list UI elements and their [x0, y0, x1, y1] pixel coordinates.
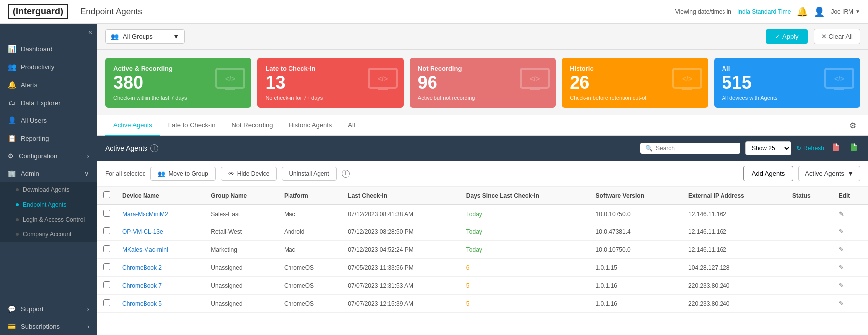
status-2	[786, 241, 833, 259]
svg-rect-1	[225, 88, 235, 90]
sidebar-item-label: Admin	[21, 170, 39, 177]
tab-all[interactable]: All	[340, 115, 363, 136]
external-ip-4: 220.233.80.240	[682, 277, 786, 295]
sidebar-item-alerts[interactable]: 🔔 Alerts	[0, 76, 97, 94]
sidebar-item-label: Dashboard	[21, 45, 53, 53]
table-title-text: Active Agents	[105, 144, 147, 152]
tab-active-agents[interactable]: Active Agents	[105, 115, 160, 136]
add-agents-button[interactable]: Add Agents	[743, 166, 794, 181]
software-version-3: 1.0.1.15	[590, 259, 682, 277]
stat-card-not-recording[interactable]: Not Recording 96 Active but not recordin…	[410, 58, 556, 108]
external-ip-3: 104.28.127.128	[682, 259, 786, 277]
edit-icon-0[interactable]: ✎	[839, 210, 844, 218]
row-checkbox-5[interactable]	[103, 299, 110, 306]
software-version-1: 10.0.47381.4	[590, 223, 682, 241]
stat-cards: Active & Recording 380 Check-in within t…	[97, 50, 868, 115]
chevron-down-icon: ▼	[173, 33, 179, 40]
refresh-icon: ↻	[796, 145, 801, 152]
col-last-checkin: Last Check-in	[342, 187, 460, 205]
tab-late-checkin[interactable]: Late to Check-in	[160, 115, 224, 136]
stat-card-late-checkin[interactable]: Late to Check-in 13 No check-in for 7+ d…	[257, 58, 403, 108]
tab-not-recording[interactable]: Not Recording	[223, 115, 281, 136]
sidebar-item-reporting[interactable]: 📋 Reporting	[0, 129, 97, 147]
clear-all-button[interactable]: ✕ Clear All	[814, 29, 860, 44]
sidebar-item-configuration[interactable]: ⚙ Configuration ›	[0, 147, 97, 165]
sidebar-item-admin[interactable]: 🏢 Admin ∨	[0, 165, 97, 182]
sidebar-sub-endpoint-agents[interactable]: Endpoint Agents	[0, 197, 97, 212]
apply-button[interactable]: ✓ Apply	[766, 29, 808, 44]
row-checkbox-2[interactable]	[103, 245, 110, 252]
refresh-button[interactable]: ↻ Refresh	[796, 145, 824, 152]
table-header-bar: Active Agents i 🔍 Show 25 Show 50 Show 1…	[97, 136, 868, 161]
group-selector[interactable]: 👥 All Groups ▼	[105, 29, 185, 44]
device-name-link-1[interactable]: OP-VM-CL-13e	[122, 228, 163, 235]
status-0	[786, 205, 833, 223]
status-3	[786, 259, 833, 277]
timezone-link[interactable]: India Standard Time	[737, 8, 791, 15]
group-label: All Groups	[123, 33, 153, 40]
data-explorer-icon: 🗂	[8, 99, 16, 107]
edit-icon-1[interactable]: ✎	[839, 228, 844, 235]
sidebar-item-data-explorer[interactable]: 🗂 Data Explorer	[0, 94, 97, 112]
info-icon[interactable]: i	[150, 144, 158, 152]
sidebar-sub-download-agents[interactable]: Download Agents	[0, 182, 97, 197]
layout: « 📊 Dashboard 👥 Productivity 🔔 Alerts 🗂 …	[0, 24, 868, 335]
sidebar-item-all-users[interactable]: 👤 All Users	[0, 112, 97, 129]
device-name-link-3[interactable]: ChromeBook 2	[122, 264, 162, 271]
edit-icon-5[interactable]: ✎	[839, 300, 844, 307]
sidebar-item-label: Alerts	[21, 81, 37, 89]
admin-icon: 🏢	[8, 170, 16, 177]
uninstall-agent-button[interactable]: Uninstall Agent	[282, 167, 336, 181]
sidebar-item-dashboard[interactable]: 📊 Dashboard	[0, 40, 97, 58]
chevron-right-icon: ›	[87, 152, 89, 160]
times-icon: ✕	[821, 33, 827, 40]
sidebar-collapse-btn[interactable]: «	[0, 24, 97, 40]
top-header: (Interguard) Endpoint Agents Viewing dat…	[0, 0, 868, 24]
stat-card-historic[interactable]: Historic 26 Check-in before retention cu…	[562, 58, 708, 108]
apply-label: Apply	[782, 33, 799, 40]
edit-icon-3[interactable]: ✎	[839, 264, 844, 271]
sidebar-sub-company-account[interactable]: Company Account	[0, 227, 97, 242]
show-select[interactable]: Show 25 Show 50 Show 100	[745, 141, 791, 155]
sidebar-item-productivity[interactable]: 👥 Productivity	[0, 58, 97, 76]
edit-icon-2[interactable]: ✎	[839, 246, 844, 253]
edit-icon-4[interactable]: ✎	[839, 282, 844, 289]
last-checkin-2: 07/12/2023 04:52:24 PM	[342, 241, 460, 259]
days-since-1: Today	[460, 223, 590, 241]
sidebar-item-subscriptions[interactable]: 💳 Subscriptions ›	[0, 318, 97, 335]
tab-historic-agents[interactable]: Historic Agents	[281, 115, 340, 136]
active-agents-dropdown[interactable]: Active Agents ▼	[798, 166, 860, 181]
row-checkbox-3[interactable]	[103, 263, 110, 270]
settings-gear-icon[interactable]: ⚙	[845, 117, 860, 134]
user-menu[interactable]: Joe IRM ▼	[831, 8, 860, 15]
days-since-4: 5	[460, 277, 590, 295]
device-name-link-5[interactable]: ChromeBook 5	[122, 300, 162, 307]
last-checkin-5: 07/07/2023 12:15:39 AM	[342, 295, 460, 313]
search-box: 🔍	[640, 143, 740, 154]
row-checkbox-0[interactable]	[103, 210, 110, 217]
device-name-link-0[interactable]: Mara-MacMiniM2	[122, 211, 168, 218]
sidebar-item-label: Configuration	[19, 152, 57, 160]
row-checkbox-4[interactable]	[103, 281, 110, 288]
select-all-checkbox[interactable]	[103, 191, 110, 198]
info-icon-action[interactable]: i	[342, 170, 350, 178]
stat-card-active-recording[interactable]: Active & Recording 380 Check-in within t…	[105, 58, 251, 108]
device-name-link-4[interactable]: ChromeBook 7	[122, 282, 162, 289]
row-checkbox-1[interactable]	[103, 227, 110, 234]
dot-icon	[16, 188, 19, 191]
sidebar-sub-login-access[interactable]: Login & Access Control	[0, 212, 97, 227]
hide-device-button[interactable]: 👁 Hide Device	[221, 167, 277, 181]
last-checkin-3: 07/05/2023 11:33:56 PM	[342, 259, 460, 277]
move-to-group-button[interactable]: 👥 Move to Group	[150, 167, 215, 181]
stat-card-all[interactable]: All 515 All devices with Agents </>	[714, 58, 860, 108]
bell-icon[interactable]: 🔔	[797, 6, 808, 17]
action-bar: For all selected 👥 Move to Group 👁 Hide …	[97, 161, 868, 187]
user-icon[interactable]: 👤	[814, 6, 825, 17]
search-input[interactable]	[656, 145, 735, 152]
status-5	[786, 295, 833, 313]
pdf-export-button[interactable]	[829, 141, 842, 156]
csv-export-button[interactable]	[847, 141, 860, 156]
device-name-link-2[interactable]: MKales-Mac-mini	[122, 246, 168, 253]
sidebar-item-support[interactable]: 💬 Support ›	[0, 300, 97, 318]
subscriptions-icon: 💳	[8, 323, 16, 330]
